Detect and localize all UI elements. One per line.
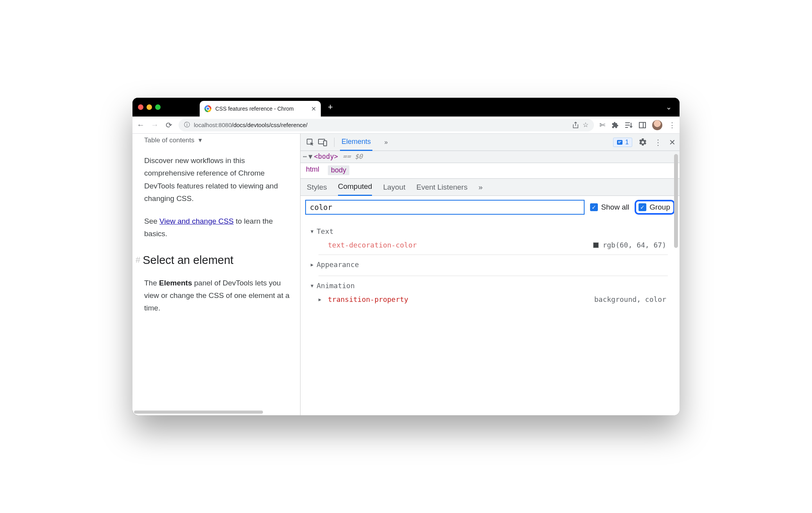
group-animation-header[interactable]: ▼ Animation	[311, 282, 668, 290]
triangle-right-icon: ▶	[318, 297, 324, 302]
svg-rect-0	[639, 122, 646, 128]
view-change-css-link[interactable]: View and change CSS	[159, 217, 234, 225]
property-name: text-decoration-color	[328, 241, 417, 249]
window-controls	[138, 104, 161, 110]
property-text-decoration-color[interactable]: text-decoration-color rgb(60, 64, 67)	[318, 241, 668, 249]
extensions-icon[interactable]	[612, 122, 619, 129]
expand-triangle-icon[interactable]: ▼	[308, 152, 312, 160]
filter-input[interactable]	[305, 200, 585, 215]
property-value: background, color	[594, 295, 668, 303]
devtools-panel: Elements » 1 ⋮ ✕ ⋯ ▼ <body>	[300, 134, 680, 415]
property-value: rgb(60, 64, 67)	[593, 241, 668, 249]
tab-styles[interactable]: Styles	[307, 179, 327, 196]
reading-list-icon[interactable]	[625, 122, 633, 128]
browser-tab[interactable]: CSS features reference - Chrom ✕	[200, 101, 321, 117]
anchor-hash-icon[interactable]: #	[136, 255, 140, 265]
property-name: transition-property	[328, 295, 408, 303]
chevron-down-icon: ▾	[199, 136, 202, 144]
checkbox-checked-icon: ✓	[639, 203, 646, 211]
show-all-label: Show all	[601, 203, 629, 212]
tab-computed[interactable]: Computed	[338, 179, 372, 196]
device-toggle-icon[interactable]	[317, 136, 329, 148]
scissors-icon[interactable]: ✄	[599, 121, 605, 129]
side-panel-icon[interactable]	[639, 122, 646, 128]
more-subtabs-chevron-icon[interactable]: »	[478, 179, 483, 196]
close-window-button[interactable]	[138, 104, 143, 110]
profile-avatar[interactable]	[652, 120, 662, 130]
dom-tree-row[interactable]: ⋯ ▼ <body> == $0	[300, 151, 680, 163]
minimize-window-button[interactable]	[147, 104, 152, 110]
crumb-html[interactable]: html	[306, 165, 319, 175]
group-label: Group	[649, 203, 670, 212]
ellipsis-icon: ⋯	[303, 152, 307, 160]
reload-button[interactable]: ⟳	[165, 120, 173, 130]
more-tabs-chevron-icon[interactable]: »	[380, 136, 392, 148]
vertical-scrollbar[interactable]	[674, 154, 678, 248]
devtools-toolbar: Elements » 1 ⋮ ✕	[300, 134, 680, 151]
webpage-content: Table of contents ▾ Discover new workflo…	[132, 134, 300, 415]
devtools-menu-icon[interactable]: ⋮	[654, 138, 662, 147]
table-of-contents-toggle[interactable]: Table of contents ▾	[144, 136, 292, 144]
bookmark-icon[interactable]: ☆	[583, 121, 588, 129]
tab-list-button[interactable]: ⌄	[666, 103, 672, 111]
tab-event-listeners[interactable]: Event Listeners	[416, 179, 467, 196]
group-appearance-header[interactable]: ▶ Appearance	[311, 260, 668, 269]
url-text: localhost:8080/docs/devtools/css/referen…	[194, 122, 308, 128]
triangle-right-icon: ▶	[311, 262, 313, 267]
new-tab-button[interactable]: +	[328, 102, 333, 112]
horizontal-scrollbar[interactable]	[134, 411, 263, 414]
chrome-favicon-icon	[204, 105, 211, 112]
triangle-down-icon: ▼	[311, 229, 313, 234]
property-transition-property[interactable]: ▶ transition-property background, color	[318, 295, 668, 303]
browser-window: CSS features reference - Chrom ✕ + ⌄ ← →…	[132, 98, 680, 415]
inspect-element-icon[interactable]	[304, 136, 316, 148]
svg-rect-4	[324, 141, 327, 146]
address-bar[interactable]: ⓘ localhost:8080/docs/devtools/css/refer…	[179, 119, 594, 131]
computed-filter-row: ✓ Show all ✓ Group	[300, 196, 680, 219]
settings-gear-icon[interactable]	[639, 138, 647, 147]
issues-badge[interactable]: 1	[613, 138, 632, 147]
divider	[318, 255, 668, 255]
site-info-icon[interactable]: ⓘ	[184, 121, 190, 129]
show-all-checkbox[interactable]: ✓ Show all	[590, 203, 629, 212]
computed-properties: ▼ Text text-decoration-color rgb(60, 64,…	[300, 219, 680, 313]
chrome-menu-button[interactable]: ⋮	[669, 121, 676, 129]
group-text-header[interactable]: ▼ Text	[311, 227, 668, 235]
back-button[interactable]: ←	[136, 120, 145, 129]
toc-label: Table of contents	[144, 136, 195, 144]
styles-subtabs: Styles Computed Layout Event Listeners »	[300, 179, 680, 196]
dom-selected-ref: == $0	[343, 152, 363, 160]
tab-strip: CSS features reference - Chrom ✕ + ⌄	[132, 98, 680, 117]
issues-count: 1	[625, 139, 629, 146]
group-checkbox[interactable]: ✓ Group	[635, 200, 675, 215]
elements-tab[interactable]: Elements	[340, 134, 372, 151]
divider	[318, 276, 668, 276]
svg-rect-5	[617, 140, 622, 145]
intro-paragraph: Discover new workflows in this comprehen…	[144, 154, 292, 205]
content-area: Table of contents ▾ Discover new workflo…	[132, 134, 680, 415]
forward-button[interactable]: →	[150, 120, 159, 129]
browser-toolbar: ← → ⟳ ⓘ localhost:8080/docs/devtools/css…	[132, 117, 680, 134]
dom-tag: <body>	[314, 152, 338, 160]
breadcrumb: html body	[300, 163, 680, 179]
crumb-body[interactable]: body	[328, 165, 349, 175]
tab-title: CSS features reference - Chrom	[215, 106, 307, 112]
close-devtools-button[interactable]: ✕	[669, 138, 676, 147]
color-swatch-icon[interactable]	[593, 242, 599, 248]
select-element-heading: # Select an element	[144, 254, 292, 267]
elements-paragraph: The Elements panel of DevTools lets you …	[144, 277, 292, 315]
triangle-down-icon: ▼	[311, 283, 313, 289]
see-paragraph: See View and change CSS to learn the bas…	[144, 215, 292, 240]
tab-layout[interactable]: Layout	[383, 179, 405, 196]
close-tab-button[interactable]: ✕	[311, 105, 316, 113]
checkbox-checked-icon: ✓	[590, 203, 598, 211]
maximize-window-button[interactable]	[155, 104, 161, 110]
share-icon[interactable]	[572, 122, 579, 129]
